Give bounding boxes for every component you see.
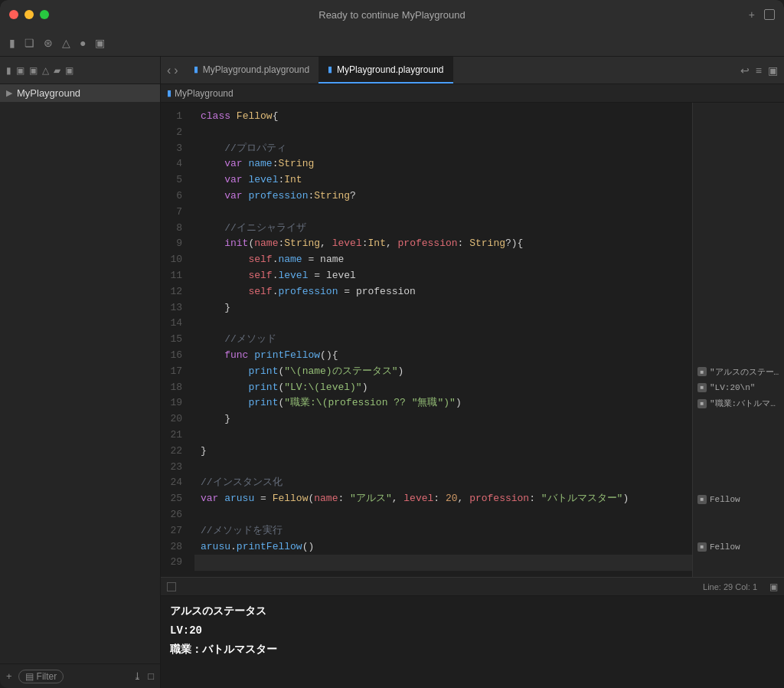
console-line-2: LV:20 bbox=[170, 621, 775, 640]
code-line-11: self.level = level bbox=[194, 268, 692, 284]
result-17[interactable]: ■ "アルスのステー..." bbox=[693, 364, 784, 380]
code-line-13: } bbox=[194, 300, 692, 316]
window-mode-icon[interactable] bbox=[764, 9, 775, 20]
code-line-9: init(name:String, level:Int, profession:… bbox=[194, 236, 692, 252]
result-text-28: Fellow bbox=[710, 542, 740, 552]
result-12 bbox=[693, 284, 784, 300]
result-21 bbox=[693, 428, 784, 444]
settings-icon[interactable]: □ bbox=[148, 670, 154, 682]
sidebar-tool-2[interactable]: ▣ bbox=[16, 65, 24, 76]
sidebar-tool-4[interactable]: △ bbox=[42, 65, 49, 76]
ln-7: 7 bbox=[161, 205, 188, 221]
import-icon[interactable]: ⤓ bbox=[133, 670, 142, 682]
ln-2: 2 bbox=[161, 125, 188, 141]
editor-area: ‹ › ▮ MyPlayground.playground ▮ MyPlaygr… bbox=[161, 57, 784, 688]
main-toolbar: ▮ ❏ ⊛ △ ● ▣ bbox=[0, 29, 784, 57]
result-text-17: "アルスのステー..." bbox=[710, 366, 779, 378]
ln-6: 6 bbox=[161, 188, 188, 205]
tool-icon-4[interactable]: △ bbox=[59, 35, 74, 51]
nav-back-icon[interactable]: ‹ bbox=[167, 64, 171, 77]
titlebar: Ready to continue MyPlayground + bbox=[0, 0, 784, 29]
result-text-19: "職業:バトルマス..." bbox=[710, 398, 779, 409]
ln-10: 10 bbox=[161, 252, 188, 268]
tool-icon-5[interactable]: ● bbox=[77, 35, 89, 51]
code-line-25: var arusu = Fellow(name: "アルス", level: 2… bbox=[194, 491, 692, 507]
breadcrumb-label: MyPlayground bbox=[175, 88, 234, 99]
ln-12: 12 bbox=[161, 284, 188, 300]
result-18[interactable]: ■ "LV:20\n" bbox=[693, 380, 784, 396]
ln-17: 17 bbox=[161, 364, 188, 380]
result-8 bbox=[693, 221, 784, 237]
ln-3: 3 bbox=[161, 141, 188, 157]
console-icon[interactable]: ▣ bbox=[769, 582, 778, 592]
ln-4: 4 bbox=[161, 156, 188, 172]
tab-file-icon-2: ▮ bbox=[328, 64, 332, 74]
result-25[interactable]: ■ Fellow bbox=[693, 491, 784, 507]
code-line-8: //イニシャライザ bbox=[194, 221, 692, 237]
tab-right-icon-3[interactable]: ▣ bbox=[768, 64, 778, 77]
ln-25: 25 bbox=[161, 491, 188, 507]
console-line-1: アルスのステータス bbox=[170, 602, 775, 621]
code-line-14 bbox=[194, 316, 692, 332]
results-gutter: ■ "アルスのステー..." ■ "LV:20\n" ■ "職業:バトルマス..… bbox=[692, 103, 784, 577]
sidebar-tool-5[interactable]: ▰ bbox=[54, 65, 60, 76]
code-line-1: class Fellow{ bbox=[194, 109, 692, 125]
ln-13: 13 bbox=[161, 300, 188, 316]
sidebar-tool-1[interactable]: ▮ bbox=[6, 65, 11, 76]
tab-active[interactable]: ▮ MyPlayground.playground bbox=[318, 57, 452, 84]
minimize-button[interactable] bbox=[24, 10, 34, 19]
result-20 bbox=[693, 411, 784, 428]
code-content[interactable]: class Fellow{ //プロパティ var name:String va… bbox=[194, 103, 692, 577]
tool-icon-3[interactable]: ⊛ bbox=[41, 35, 56, 51]
main-area: ▮ ▣ ▣ △ ▰ ▣ ▶ MyPlayground + ▤ Filter ⤓ … bbox=[0, 57, 784, 688]
code-editor[interactable]: 1 2 3 4 5 6 7 8 9 10 11 12 13 14 15 16 1… bbox=[161, 103, 784, 577]
close-button[interactable] bbox=[9, 10, 18, 19]
filter-icon: ▤ bbox=[25, 671, 34, 682]
result-19[interactable]: ■ "職業:バトルマス..." bbox=[693, 395, 784, 411]
tab-right-icon-1[interactable]: ↩ bbox=[740, 64, 750, 77]
code-line-5: var level:Int bbox=[194, 172, 692, 188]
result-28[interactable]: ■ Fellow bbox=[693, 539, 784, 555]
ln-27: 27 bbox=[161, 523, 188, 539]
bottom-checkbox[interactable] bbox=[167, 582, 176, 591]
sidebar: ▮ ▣ ▣ △ ▰ ▣ ▶ MyPlayground + ▤ Filter ⤓ … bbox=[0, 57, 161, 688]
tool-icon-6[interactable]: ▣ bbox=[92, 35, 108, 51]
console-output: アルスのステータス LV:20 職業：バトルマスター bbox=[161, 596, 784, 688]
result-4 bbox=[693, 156, 784, 172]
add-panel-icon[interactable]: + bbox=[749, 8, 755, 21]
tab-right-icon-2[interactable]: ≡ bbox=[756, 64, 762, 77]
filter-label: Filter bbox=[37, 671, 57, 682]
tab-file-icon-1: ▮ bbox=[194, 64, 198, 74]
console-line-3: 職業：バトルマスター bbox=[170, 640, 775, 660]
sidebar-toggle-icon[interactable]: ▮ bbox=[6, 35, 18, 51]
tab-bar-right: ↩ ≡ ▣ bbox=[740, 57, 778, 84]
result-16 bbox=[693, 348, 784, 364]
sidebar-item-playground[interactable]: ▶ MyPlayground bbox=[0, 84, 160, 102]
result-27 bbox=[693, 523, 784, 539]
code-line-19: print("職業:\(profession ?? "無職")") bbox=[194, 395, 692, 411]
nav-forward-icon[interactable]: › bbox=[174, 64, 178, 77]
code-line-20: } bbox=[194, 411, 692, 428]
tool-icon-2[interactable]: ❏ bbox=[21, 35, 38, 51]
sidebar-item-label: MyPlayground bbox=[17, 87, 80, 99]
tab-inactive-label: MyPlayground.playground bbox=[203, 64, 309, 75]
code-line-23 bbox=[194, 460, 692, 476]
result-text-18: "LV:20\n" bbox=[710, 383, 755, 392]
filter-button[interactable]: ▤ Filter bbox=[18, 670, 64, 683]
result-6 bbox=[693, 188, 784, 205]
code-line-12: self.profession = profession bbox=[194, 284, 692, 300]
maximize-button[interactable] bbox=[40, 10, 49, 19]
code-line-21 bbox=[194, 428, 692, 444]
tab-inactive[interactable]: ▮ MyPlayground.playground bbox=[185, 57, 318, 84]
ln-14: 14 bbox=[161, 316, 188, 332]
result-26 bbox=[693, 507, 784, 523]
ln-20: 20 bbox=[161, 411, 188, 428]
sidebar-toolbar: ▮ ▣ ▣ △ ▰ ▣ bbox=[0, 57, 160, 84]
chevron-right-icon: ▶ bbox=[6, 88, 12, 98]
result-icon-18: ■ bbox=[697, 383, 707, 392]
ln-9: 9 bbox=[161, 236, 188, 252]
ln-5: 5 bbox=[161, 172, 188, 188]
sidebar-tool-6[interactable]: ▣ bbox=[65, 65, 74, 76]
add-icon[interactable]: + bbox=[6, 670, 12, 682]
sidebar-tool-3[interactable]: ▣ bbox=[29, 65, 38, 76]
